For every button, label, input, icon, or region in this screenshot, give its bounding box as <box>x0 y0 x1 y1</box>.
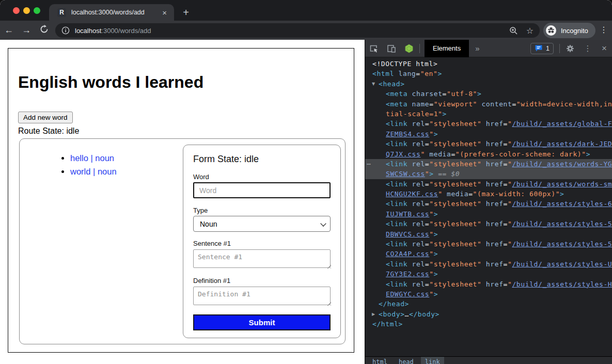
code-line[interactable]: ZEMBS4.css"> <box>365 129 612 139</box>
site-info-icon[interactable] <box>61 26 70 35</box>
word-link-world[interactable]: world | noun <box>70 167 117 176</box>
submit-button[interactable]: Submit <box>193 314 331 330</box>
form-state-text: Form State: idle <box>193 154 259 165</box>
list-item: world | noun <box>70 165 117 178</box>
incognito-label: Incognito <box>561 27 588 35</box>
browser-menu-button[interactable]: ⋮ <box>598 25 609 35</box>
webpage: English words I learned Add new word Rou… <box>0 40 365 364</box>
code-line[interactable]: <meta name="viewport" content="width=dev… <box>365 99 612 109</box>
code-line[interactable]: <link rel="stylesheet" href="/build/_ass… <box>365 179 612 189</box>
inspect-element-icon[interactable] <box>365 44 383 53</box>
route-state-text: Route State: idle <box>18 126 79 136</box>
new-tab-button[interactable]: + <box>179 5 193 20</box>
browser-toolbar: ← → localhost:3000/words/add ☆ Incognito… <box>0 21 612 40</box>
tab-strip: R localhost:3000/words/add × + <box>0 0 612 21</box>
code-line[interactable]: </html> <box>365 319 612 329</box>
tab-elements[interactable]: Elements <box>425 40 469 57</box>
reload-button[interactable] <box>35 25 53 36</box>
devtools-menu-icon[interactable]: ⋮ <box>579 44 597 53</box>
issues-count: 1 <box>546 45 550 52</box>
url-text: localhost:3000/words/add <box>75 27 151 35</box>
maximize-window-button[interactable] <box>34 7 40 14</box>
code-line[interactable]: ⋯<link rel="stylesheet" href="/build/_as… <box>365 159 612 169</box>
browser-tab[interactable]: R localhost:3000/words/add × <box>49 4 174 21</box>
code-line[interactable]: ▶<body>…</body> <box>365 309 612 319</box>
word-list: hello | noun world | noun <box>50 151 117 178</box>
back-button[interactable]: ← <box>0 25 18 36</box>
code-line[interactable]: DBWVCS.css"> <box>365 229 612 239</box>
type-label: Type <box>193 207 208 214</box>
breadcrumb-head[interactable]: head <box>395 357 418 364</box>
code-line[interactable]: <link rel="stylesheet" href="/build/_ass… <box>365 199 612 209</box>
sentence-textarea[interactable] <box>193 249 331 268</box>
browser-window: R localhost:3000/words/add × + ← → local… <box>0 0 612 364</box>
definition-textarea[interactable] <box>193 287 331 305</box>
app-container: English words I learned Add new word Rou… <box>8 48 354 353</box>
incognito-icon <box>545 25 557 36</box>
code-line[interactable]: <link rel="stylesheet" href="/build/_ass… <box>365 139 612 149</box>
close-window-button[interactable] <box>13 7 20 14</box>
list-item: hello | noun <box>70 151 117 165</box>
expand-arrow-right-icon[interactable]: ▶ <box>372 309 375 319</box>
code-line[interactable]: HCNGU2KF.css" media="(max-width: 600px)"… <box>365 189 612 199</box>
code-line[interactable]: IUJWTB.css"> <box>365 209 612 219</box>
page-title: English words I learned <box>18 73 203 92</box>
more-tabs-button[interactable]: » <box>469 44 485 53</box>
tab-close-icon[interactable]: × <box>160 8 169 17</box>
code-line[interactable]: Q7JX.css" media="(prefers-color-scheme: … <box>365 149 612 159</box>
devtools-toolbar: Elements » 1 ⋮ × <box>365 40 612 57</box>
add-word-form: Form State: idle Word Type Noun Sentence… <box>183 145 341 338</box>
devtools-close-icon[interactable]: × <box>597 43 612 54</box>
device-toolbar-icon[interactable] <box>383 44 400 53</box>
tab-title: localhost:3000/words/add <box>71 9 160 16</box>
issues-icon <box>535 44 543 52</box>
word-label: Word <box>193 173 209 181</box>
breadcrumb-html[interactable]: html <box>368 357 391 364</box>
code-line[interactable]: <link rel="stylesheet" href="/build/_ass… <box>365 239 612 249</box>
code-line[interactable]: <!DOCTYPE html> <box>365 59 612 69</box>
address-bar[interactable]: localhost:3000/words/add ☆ <box>55 23 540 38</box>
code-line[interactable]: <html lang="en"> <box>365 69 612 78</box>
forward-button[interactable]: → <box>18 25 35 36</box>
code-line[interactable]: </head> <box>365 299 612 309</box>
sentence-label: Sentence #1 <box>193 240 231 247</box>
breadcrumb-link[interactable]: link <box>421 357 444 364</box>
word-input[interactable] <box>193 182 331 198</box>
add-new-word-button[interactable]: Add new word <box>18 112 73 123</box>
code-line[interactable]: <link rel="stylesheet" href="/build/_ass… <box>365 219 612 229</box>
zoom-icon[interactable] <box>509 26 518 35</box>
bookmark-star-icon[interactable]: ☆ <box>526 26 533 36</box>
code-line[interactable]: <link rel="stylesheet" href="/build/_ass… <box>365 119 612 129</box>
issues-counter[interactable]: 1 <box>530 43 554 54</box>
code-line[interactable]: <meta charset="utf-8"> <box>365 89 612 99</box>
words-panel: hello | noun world | noun Form State: id… <box>19 138 346 344</box>
code-line[interactable]: EDWGYC.css"> <box>365 289 612 299</box>
devtools-breadcrumb-bar: html head link <box>365 356 612 364</box>
settings-gear-icon[interactable] <box>561 44 579 53</box>
code-line[interactable]: SWCSW.css"> == $0 <box>365 169 612 179</box>
minimize-window-button[interactable] <box>23 7 30 14</box>
expand-arrow-down-icon[interactable]: ▼ <box>372 79 375 89</box>
nodejs-icon[interactable] <box>400 44 418 53</box>
devtools-panel: Elements » 1 ⋮ × <!DOCTYPE html><html la… <box>365 40 612 364</box>
word-link-hello[interactable]: hello | noun <box>70 153 114 163</box>
code-line[interactable]: <link rel="stylesheet" href="/build/_ass… <box>365 259 612 269</box>
code-line[interactable]: 7GY3E2.css"> <box>365 269 612 279</box>
incognito-badge: Incognito <box>543 23 595 38</box>
code-line[interactable]: <link rel="stylesheet" href="/build/_ass… <box>365 279 612 289</box>
code-line[interactable]: tial-scale=1"> <box>365 109 612 119</box>
devtools-code: <!DOCTYPE html><html lang="en">▼<head><m… <box>365 57 612 356</box>
type-select[interactable]: Noun <box>193 216 331 232</box>
code-line[interactable]: ▼<head> <box>365 79 612 89</box>
code-line[interactable]: CO2A4P.css"> <box>365 249 612 259</box>
definition-label: Definition #1 <box>193 277 230 284</box>
remix-favicon-icon: R <box>57 8 66 17</box>
